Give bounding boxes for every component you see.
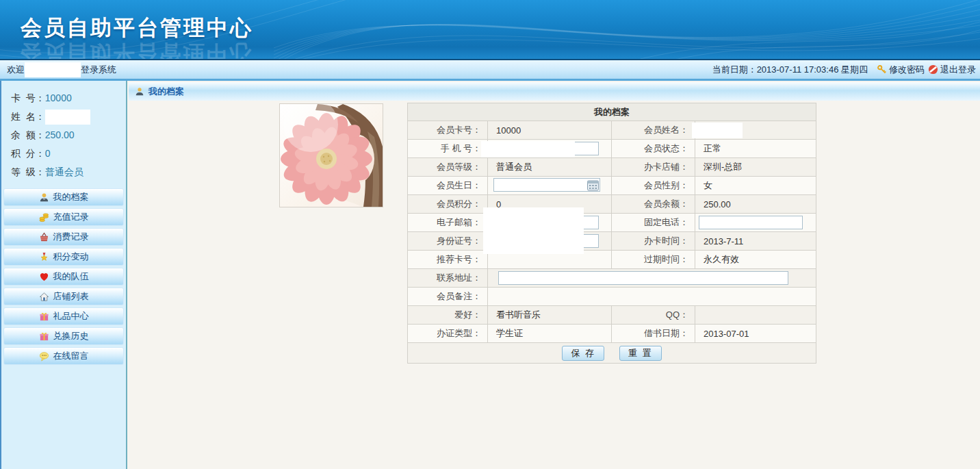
field-value: 深圳-总部 [695,158,816,177]
field-label: 联系地址： [408,269,488,288]
field-label: 办卡时间： [612,232,695,251]
form-row-cert-type: 办证类型： 学生证 借书日期： 2013-07-01 [408,325,816,343]
current-date-text: 当前日期：2013-07-11 17:03:46 星期四 [712,64,868,76]
welcome-area: 欢迎 登录系统 [7,62,116,77]
field-value: 永久有效 [695,251,816,269]
user-icon [39,192,49,203]
field-value: 女 [695,177,816,195]
key-icon [877,64,887,75]
content-area: 我的档案 会员卡号： 10000 会员姓名： 手 机 号： 会员状态： 正常 会… [129,103,980,469]
summary-points: 积 分：0 [11,144,126,163]
sidebar-item-store-list[interactable]: 店铺列表 [3,288,124,305]
logout-link[interactable]: 退出登录 [928,64,976,76]
summary-balance: 余 额：250.00 [11,126,126,144]
sidebar: 卡 号：10000 姓 名： 余 额：250.00 积 分：0 等 级：普通会员… [0,81,127,469]
field-value: 2013-7-11 [695,232,816,251]
sidebar-menu: 我的档案 充值记录 消费记录 积分变动 [1,188,126,365]
sidebar-item-my-team[interactable]: 我的队伍 [3,268,124,286]
field-label: QQ： [612,306,695,325]
redaction-box [45,110,90,125]
reset-button[interactable]: 重 置 [619,346,662,361]
welcome-suffix-text: 登录系统 [81,64,116,76]
basket-icon [39,232,49,242]
field-label: 借书日期： [612,325,695,343]
sidebar-item-my-profile[interactable]: 我的档案 [3,188,124,206]
birthday-input[interactable] [493,178,600,192]
field-label: 身份证号： [408,232,488,251]
field-label: 推荐卡号： [408,251,488,269]
field-value: 正常 [695,140,816,158]
field-value: 250.00 [695,195,816,214]
field-value: 普通会员 [488,158,612,177]
form-row-id-no: 身份证号： 办卡时间： 2013-7-11 [408,232,816,251]
field-label: 电子邮箱： [408,214,488,232]
form-row-card-no: 会员卡号： 10000 会员姓名： [408,121,816,140]
field-label: 会员余额： [612,195,695,214]
field-label: 会员积分： [408,195,488,214]
summary-level: 等 级：普通会员 [11,163,126,181]
summary-name: 姓 名： [11,107,126,126]
profile-form-table: 我的档案 会员卡号： 10000 会员姓名： 手 机 号： 会员状态： 正常 会… [407,103,816,364]
field-value: 10000 [488,121,612,140]
field-label: 会员卡号： [408,121,488,140]
sidebar-item-online-messages[interactable]: 在线留言 [3,347,124,365]
form-row-address: 联系地址： [408,269,816,288]
field-label: 会员状态： [612,140,695,158]
topbar: 欢迎 登录系统 当前日期：2013-07-11 17:03:46 星期四 修改密… [0,60,980,81]
field-label: 手 机 号： [408,140,488,158]
form-row-birthday: 会员生日： 会员性别： [408,177,816,195]
member-summary-panel: 卡 号：10000 姓 名： 余 额：250.00 积 分：0 等 级：普通会员 [1,81,126,184]
field-label: 会员备注： [408,288,488,306]
welcome-prefix-text: 欢迎 [7,64,25,76]
save-button[interactable]: 保 存 [562,346,604,361]
field-value [488,288,816,306]
field-label: 会员生日： [408,177,488,195]
field-label: 过期时间： [612,251,695,269]
redaction-box [692,123,743,138]
sidebar-item-exchange-history[interactable]: 兑换历史 [3,327,124,345]
tel-input[interactable] [699,216,803,229]
field-value: 看书听音乐 [488,306,612,325]
medal-icon [39,252,49,262]
address-input[interactable] [498,271,788,285]
main-area: 我的档案 [129,81,980,469]
coins-icon [39,212,49,223]
sidebar-item-recharge-records[interactable]: 充值记录 [3,208,124,226]
field-label: 办卡店铺： [612,158,695,177]
form-row-mobile: 手 机 号： 会员状态： 正常 [408,140,816,158]
heart-icon [39,272,49,282]
sidebar-item-gift-center[interactable]: 礼品中心 [3,307,124,325]
form-title: 我的档案 [408,103,816,121]
chat-icon [39,351,49,362]
member-photo [279,103,383,207]
field-label: 固定电话： [612,214,695,232]
breadcrumb: 我的档案 [129,82,980,101]
form-button-row: 保 存 重 置 [408,343,816,364]
field-label: 办证类型： [408,325,488,343]
logout-icon [928,64,938,75]
calendar-icon[interactable] [587,180,599,191]
form-row-email: 电子邮箱： 固定电话： [408,214,816,232]
topbar-right: 当前日期：2013-07-11 17:03:46 星期四 修改密码 退出登录 [712,64,976,76]
redaction-box [25,62,81,77]
form-row-remark: 会员备注： [408,288,816,306]
app-title-reflection: 会员自助平台管理中心 [21,38,253,60]
form-row-level: 会员等级： 普通会员 办卡店铺： 深圳-总部 [408,158,816,177]
field-label: 会员姓名： [612,121,695,140]
summary-card-no: 卡 号：10000 [11,89,126,107]
field-value: 学生证 [488,325,612,343]
app-header: 会员自助平台管理中心 会员自助平台管理中心 [0,0,980,60]
form-row-points: 会员积分： 0 会员余额： 250.00 [408,195,816,214]
form-title-row: 我的档案 [408,103,816,121]
sidebar-item-consumption-records[interactable]: 消费记录 [3,228,124,246]
gift-icon [39,331,49,342]
field-value: 2013-07-01 [695,325,816,343]
sidebar-item-points-changes[interactable]: 积分变动 [3,248,124,266]
home-icon [39,292,49,302]
form-row-referrer: 推荐卡号： 过期时间： 永久有效 [408,251,816,269]
redaction-box [483,207,584,254]
field-label: 会员性别： [612,177,695,195]
redaction-box [481,141,575,157]
form-row-hobby: 爱好： 看书听音乐 QQ： [408,306,816,325]
change-password-link[interactable]: 修改密码 [877,64,925,76]
